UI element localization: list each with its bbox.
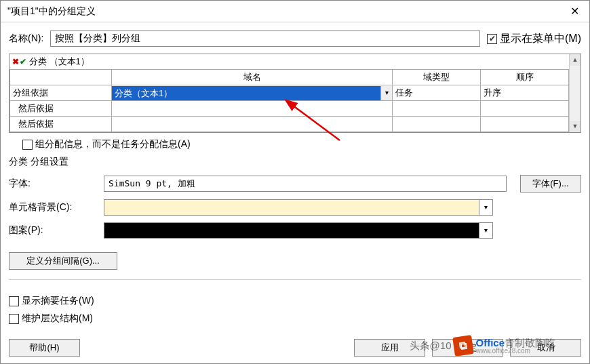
font-button[interactable]: 字体(F)... [520, 175, 581, 193]
grid-top-text: 分类 （文本1） [29, 56, 90, 68]
summary-label: 显示摘要任务(W) [22, 295, 94, 307]
summary-checkbox[interactable] [9, 296, 19, 306]
font-display: SimSun 9 pt, 加粗 [104, 176, 507, 192]
col-domain: 域名 [112, 70, 393, 85]
chevron-down-icon[interactable]: ▾ [479, 223, 492, 238]
scroll-up-icon[interactable]: ▲ [570, 54, 581, 66]
bg-label: 单元格背景(C): [9, 201, 104, 214]
type-cell-0[interactable]: 任务 [393, 85, 481, 101]
row-label-2: 然后依据 [10, 117, 112, 132]
pattern-swatch [104, 223, 479, 238]
order-cell-0[interactable]: 升序 [481, 85, 569, 101]
window-title: "项目1"中的分组定义 [7, 5, 96, 18]
pattern-label: 图案(P): [9, 224, 104, 237]
table-row: 分组依据 分类（文本1） ▾ 任务 升序 [10, 85, 569, 101]
clear-icon[interactable]: ✖ [12, 57, 19, 66]
font-label: 字体: [9, 178, 104, 190]
table-row: 然后依据 [10, 101, 569, 117]
row-label-0: 分组依据 [10, 85, 112, 101]
grid-corner [10, 70, 112, 85]
define-interval-button[interactable]: 定义分组间隔(G)... [9, 252, 117, 270]
type-cell-2[interactable] [393, 117, 481, 132]
type-cell-1[interactable] [393, 101, 481, 117]
hierarchy-checkbox[interactable] [9, 314, 19, 324]
help-button[interactable]: 帮助(H) [9, 339, 80, 357]
domain-cell-1[interactable] [112, 101, 393, 117]
group-assign-checkbox[interactable] [22, 140, 33, 150]
order-cell-2[interactable] [481, 117, 569, 132]
show-in-menu-label: 显示在菜单中(M) [500, 32, 581, 46]
pattern-combo[interactable]: ▾ [104, 222, 493, 239]
name-label: 名称(N): [9, 33, 43, 45]
chevron-down-icon[interactable]: ▾ [479, 200, 492, 215]
apply-icon[interactable]: ✔ [20, 57, 26, 66]
domain-value-0[interactable]: 分类（文本1） [112, 86, 383, 100]
col-type: 域类型 [393, 70, 481, 85]
grid-scrollbar[interactable]: ▲ ▼ [569, 54, 581, 132]
row-label-1: 然后依据 [10, 101, 112, 117]
show-in-menu-checkbox[interactable] [487, 34, 497, 44]
watermark: 头条@10 ⧉ Office青制敬陶吃 www.office28.com [410, 336, 555, 355]
table-row: 然后依据 [10, 117, 569, 132]
scroll-down-icon[interactable]: ▼ [570, 121, 581, 132]
bg-color-combo[interactable]: ▾ [104, 199, 493, 216]
name-input[interactable] [50, 31, 480, 47]
bg-color-swatch [104, 200, 479, 215]
close-button[interactable]: ✕ [559, 1, 589, 22]
domain-cell-2[interactable] [112, 117, 393, 132]
hierarchy-label: 维护层次结构(M) [22, 312, 93, 325]
order-cell-1[interactable] [481, 101, 569, 117]
office-icon: ⧉ [453, 335, 475, 357]
domain-cell-0[interactable]: 分类（文本1） ▾ [112, 85, 393, 101]
group-assign-label: 组分配信息，而不是任务分配信息(A) [35, 138, 191, 150]
col-order: 顺序 [481, 70, 569, 85]
section-title: 分类 分组设置 [9, 156, 581, 168]
dropdown-icon[interactable]: ▾ [380, 86, 392, 100]
